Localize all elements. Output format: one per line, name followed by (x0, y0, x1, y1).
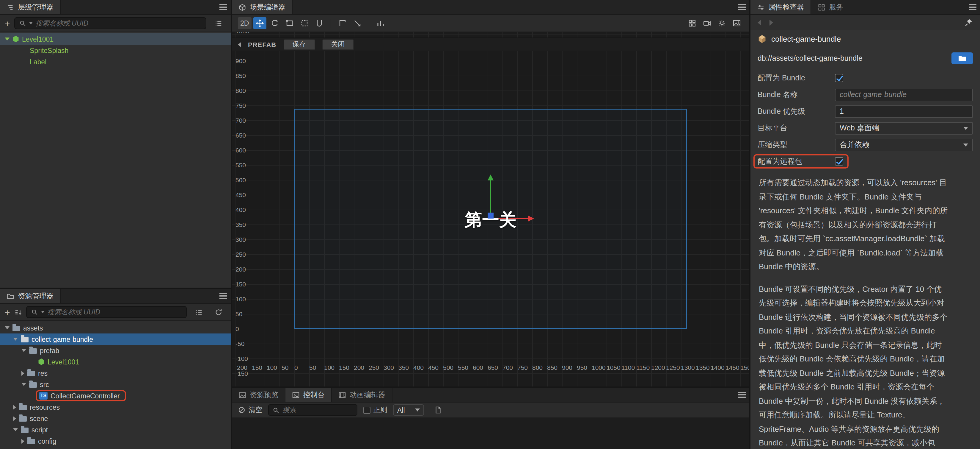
chevron-down-icon[interactable] (21, 349, 26, 352)
prefab-close-button[interactable]: 关闭 (322, 39, 353, 50)
pin-icon[interactable] (964, 18, 973, 27)
chevron-down-icon[interactable] (21, 383, 26, 386)
gizmo-center-handle[interactable] (488, 213, 493, 219)
tree-node-src[interactable]: src (0, 379, 231, 390)
log-filter-select[interactable]: All (393, 404, 424, 415)
preview-frame-button[interactable] (730, 17, 743, 29)
anchor-tool-button[interactable] (312, 17, 326, 29)
tree-node-scene[interactable]: scene (0, 413, 231, 424)
tree-node-prefab[interactable]: prefab (0, 345, 231, 356)
chevron-down-icon[interactable] (5, 326, 10, 329)
nav-forward-button[interactable] (770, 20, 773, 26)
chevron-left-icon[interactable] (238, 42, 241, 47)
toggle-2d-button[interactable]: 2D (238, 17, 251, 29)
tree-node-Level1001[interactable]: Level1001 (0, 356, 231, 368)
tree-node-resources[interactable]: resources (0, 401, 231, 413)
assets-collapse-button[interactable] (191, 308, 206, 316)
tab-assets[interactable]: 资源管理器 (0, 289, 60, 303)
tree-node-CollectGameController[interactable]: TSCollectGameController (0, 390, 231, 401)
tree-node-Level1001[interactable]: Level1001 (0, 34, 231, 45)
camera-settings-button[interactable] (700, 17, 714, 29)
hierarchy-search-placeholder: 搜索名称或 UUID (36, 19, 89, 28)
tree-node-res[interactable]: res (0, 368, 231, 379)
document-icon (434, 406, 442, 414)
console-search-input[interactable]: 搜索 (268, 404, 357, 415)
inspector-menu-button[interactable] (964, 0, 980, 14)
sort-icon[interactable] (14, 308, 22, 316)
regex-checkbox[interactable] (363, 406, 371, 414)
asset-path-row: db://assets/collect-game-bundle (751, 48, 980, 69)
tree-node-assets[interactable]: assets (0, 322, 231, 334)
rotate-tool-button[interactable] (268, 17, 281, 29)
h-ruler-label: 800 (532, 364, 542, 371)
v-ruler-label: 850 (235, 72, 246, 79)
tab-scene-editor[interactable]: 场景编辑器 (232, 0, 293, 14)
tab-services-label: 服务 (829, 2, 843, 12)
compression-type-label: 压缩类型 (757, 140, 835, 150)
gizmo-y-arrow-icon[interactable] (488, 174, 493, 181)
folder-icon (27, 371, 35, 376)
target-platform-select[interactable]: Web 桌面端 (835, 122, 973, 134)
assets-menu-button[interactable] (215, 289, 231, 303)
hierarchy-search-input[interactable]: 搜索名称或 UUID (14, 17, 206, 29)
regex-toggle[interactable]: 正则 (363, 406, 387, 414)
snap-edge-icon (353, 19, 361, 27)
assets-refresh-button[interactable] (210, 308, 226, 316)
add-asset-button[interactable]: + (5, 308, 10, 316)
tab-console[interactable]: 控制台 (285, 388, 332, 402)
chevron-right-icon[interactable] (13, 416, 16, 421)
chevron-right-icon[interactable] (21, 371, 24, 375)
config-bundle-checkbox[interactable] (835, 74, 843, 82)
hierarchy-menu-button[interactable] (215, 0, 231, 14)
tab-asset-preview[interactable]: 资源预览 (232, 388, 285, 402)
prefab-save-button[interactable]: 保存 (283, 39, 315, 50)
hierarchy-expand-button[interactable] (210, 19, 226, 27)
scale-tool-button[interactable] (298, 17, 311, 29)
bundle-priority-input[interactable]: 1 (835, 105, 973, 118)
tree-node-config[interactable]: config (0, 435, 231, 447)
tab-animation-editor[interactable]: 动画编辑器 (332, 388, 393, 402)
gizmo-x-arrow-icon[interactable] (528, 216, 534, 222)
assets-search-input[interactable]: 搜索名称或 UUID (26, 306, 187, 318)
chevron-down-icon[interactable] (13, 338, 18, 340)
assets-toolbar: + 搜索名称或 UUID (0, 304, 231, 321)
snap-corner-button[interactable] (336, 17, 349, 29)
tree-node-Label[interactable]: Label (0, 56, 231, 67)
tree-node-label: src (40, 381, 49, 388)
scene-viewport[interactable]: PREFAB 保存 关闭 第一关 10501000950900850800750… (232, 32, 749, 387)
log-detail-button[interactable] (430, 406, 445, 414)
chevron-down-icon (415, 409, 420, 411)
move-tool-button[interactable] (253, 17, 266, 29)
chevron-down-icon[interactable] (5, 38, 10, 40)
grid-toggle-button[interactable] (686, 17, 699, 29)
chevron-down-icon[interactable] (13, 428, 18, 431)
remote-bundle-checkbox[interactable] (835, 157, 843, 166)
console-output[interactable] (232, 418, 749, 449)
stats-button[interactable] (374, 17, 387, 29)
nav-back-button[interactable] (757, 20, 761, 26)
v-ruler-label: 550 (235, 161, 246, 169)
add-node-button[interactable]: + (5, 19, 10, 28)
animation-icon (338, 391, 346, 399)
rect-tool-button[interactable] (283, 17, 296, 29)
config-bundle-row: 配置为 Bundle (757, 70, 973, 86)
compression-type-select[interactable]: 合并依赖 (835, 139, 973, 151)
search-icon (19, 20, 26, 27)
tab-hierarchy[interactable]: 层级管理器 (0, 0, 60, 14)
scene-menu-button[interactable] (734, 0, 749, 14)
tab-inspector[interactable]: 属性检查器 (751, 0, 811, 14)
v-ruler-label: 800 (235, 87, 246, 94)
console-menu-button[interactable] (734, 388, 749, 402)
tree-node-SpriteSplash[interactable]: SpriteSplash (0, 45, 231, 56)
chevron-right-icon[interactable] (21, 439, 24, 443)
open-folder-button[interactable] (951, 53, 973, 64)
bundle-name-input[interactable]: collect-game-bundle (835, 88, 973, 101)
h-ruler-label: 350 (398, 364, 409, 371)
scene-settings-button[interactable] (715, 17, 729, 29)
tree-node-collect-game-bundle[interactable]: collect-game-bundle (0, 334, 231, 345)
console-clear-button[interactable]: 清空 (238, 406, 262, 414)
tree-node-script[interactable]: script (0, 424, 231, 435)
tab-services[interactable]: 服务 (811, 0, 850, 14)
snap-edge-button[interactable] (350, 17, 364, 29)
chevron-right-icon[interactable] (13, 405, 16, 409)
